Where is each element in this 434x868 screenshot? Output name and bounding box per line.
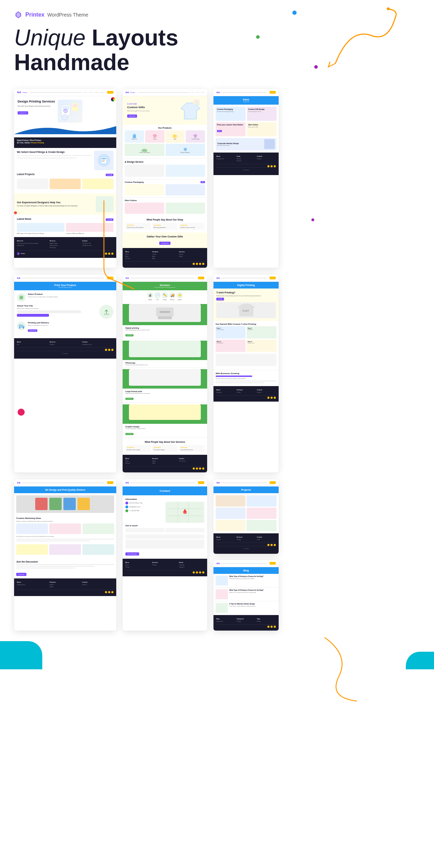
card1-subtitle: We offer best design and printing servic… [18, 105, 55, 107]
card5-footer: MenuHomeServices ServicesDigitalOffset C… [123, 455, 207, 472]
card2-cta: Gather Your Own Custom Gifts Contact Us [123, 232, 207, 248]
message-field[interactable] [125, 540, 204, 548]
name-field[interactable] [125, 528, 165, 532]
card2-products-title: Our Products [125, 127, 205, 129]
card2-cta-btn[interactable]: Contact Us [159, 242, 170, 245]
card1-news-all[interactable]: View All [106, 218, 113, 221]
card7-comment-btn[interactable]: Comment [16, 573, 26, 576]
sales-grid: Custom Packaging Professional packaging … [216, 107, 277, 136]
subject-field[interactable] [125, 534, 204, 539]
card3-fcol1: About Company info [216, 155, 235, 162]
delivery-icon: 🚚 [169, 292, 175, 298]
card6-hero-title: T-shirt Printing? [216, 291, 276, 294]
svc-testimonial-2: ★★★★★ Fast delivery always [152, 445, 178, 452]
card6-nav [213, 275, 279, 282]
step1-icon [17, 293, 26, 302]
graphic-photo-inner [129, 404, 201, 420]
card5-largeformat-photo [123, 369, 207, 389]
project-thumb-2 [50, 179, 81, 189]
teal-left [0, 641, 42, 669]
footer-col-1: About Us Lorem ipsum dolor sit amet cons… [17, 240, 48, 249]
card1-btn[interactable]: Contact Us [18, 111, 28, 114]
card5-digital-service: Digital printing High quality digital pr… [123, 325, 207, 339]
step-attach-file: Attach Your File Upload your design file… [17, 305, 113, 319]
card6-section-title: Get Started With Custom T-shirt Printing [216, 323, 277, 325]
deco-dot-green [256, 35, 260, 39]
right-col-row3: Projects AboutProjects ServicesPrinting [213, 479, 279, 631]
card4-nav [14, 275, 116, 282]
product-stickers: Branded Stickers [166, 144, 205, 156]
card-custom-gifts: Printex Custom Custom Gifts Best custom … [123, 89, 207, 268]
card10-fcol3: TagsDesign [257, 618, 276, 623]
card2-btn[interactable]: Shop Now [127, 114, 137, 118]
card3-footer-bottom [216, 164, 276, 167]
email-field[interactable] [166, 528, 205, 532]
card2-testimonials-title: What People Say About Our Shop [125, 218, 204, 221]
card2-products-row2: Custom Hat Design Branded Stickers [125, 144, 205, 156]
card5-photocopy-service: Photocopy Fast and accurate photocopying… [123, 360, 207, 368]
card5-fcol3: ContactGet in touch [179, 458, 204, 465]
card3-fcol3: Contact Email us [257, 155, 276, 162]
quality-icon: ⭐ [176, 292, 183, 298]
card5-testimonials: What People Say About Our Services ★★★★★… [123, 438, 207, 455]
step2-title: Attach Your File [17, 305, 97, 307]
card7-header: We Design and Print Quality Stickers [14, 486, 116, 493]
card9-fcol3: ContactEmail [257, 536, 276, 541]
svc-testimonial-1: ★★★★★ Excellent service quality [125, 445, 151, 452]
card9-fcol2: ServicesPrinting [237, 536, 256, 541]
card2-footer-grid: Menu HomeAboutServices Products T-shirts… [125, 251, 204, 260]
card6-hero-btn[interactable]: Contact [216, 298, 224, 300]
card2-packaging-btn[interactable]: New [200, 181, 205, 183]
card1-projects-row [17, 179, 113, 189]
card6-footer-bottom [216, 395, 276, 399]
send-btn[interactable]: Send Message [125, 552, 139, 556]
card2-products-section: Our Products Bag Print T-shirt Mug T-shi… [123, 125, 207, 158]
graphic-btn[interactable]: Learn More [125, 433, 134, 435]
sales-item4-title: Shirt Online [248, 124, 275, 126]
card6-dots [267, 397, 276, 399]
proj-thumb-3 [216, 508, 246, 519]
card2-hero-img [178, 99, 203, 122]
card2-shirt-section: Shirt Online [123, 197, 207, 216]
sales-btn1[interactable]: New [217, 130, 222, 132]
card1-hero-text: Design Printing Services We offer best d… [18, 100, 55, 115]
product-tshirt1: T-shirt [145, 130, 165, 143]
pkg-img2 [166, 184, 205, 196]
card8-fcol1: MenuHomeContact [125, 562, 151, 569]
card1-nav: Printex [14, 89, 116, 96]
card1-view-all[interactable]: View All [106, 174, 113, 176]
digital-btn[interactable]: Learn More [125, 334, 134, 336]
step3-title: Printing and Delivery [28, 322, 49, 324]
svg-marker-16 [17, 252, 19, 255]
card6-growing-title: With Business Growing [216, 372, 277, 374]
card-sales: Sales Page Info Custom Packaging Profess… [213, 89, 279, 268]
disc-line2 [16, 566, 94, 567]
card2-footer-col2: Products T-shirtsMugsBags [152, 251, 178, 260]
news-item-1: What Type of Printing to Choose for Desi… [17, 223, 64, 234]
proj-thumb-6 [247, 520, 277, 531]
card7-fcol1: AboutQuality stickers [17, 581, 48, 588]
card7-nav [14, 479, 116, 486]
sticker-mini-2 [49, 523, 81, 534]
card2-footer: Menu HomeAboutServices Products T-shirts… [123, 248, 207, 268]
teal-right [406, 652, 434, 669]
pkg-img1 [125, 184, 164, 196]
service-icon-print: 📄 Print [154, 292, 161, 300]
svg-marker-27 [17, 277, 20, 279]
card6-fcol1: AboutCompany [216, 389, 235, 394]
card7-footer-grid: AboutQuality stickers ProductsStickersLa… [17, 581, 113, 588]
deco-dot-blue [292, 11, 297, 15]
svg-rect-21 [133, 135, 136, 138]
card2-design-row [125, 165, 205, 177]
card1-section1-title: We Select Good Fillings & Create Design [17, 151, 92, 153]
card1-designers-band: Our Experienced Designers Help You Our t… [14, 193, 116, 215]
print-icon: 📄 [154, 292, 161, 298]
news-item-2: 5 Types of Effective Billboard [66, 223, 113, 234]
largeformat-btn[interactable]: Learn More [125, 398, 134, 400]
step3-btn[interactable]: Order Now [28, 329, 37, 332]
card1-title: Design Printing Services [18, 100, 55, 104]
card1-footer-bottom: Printex [17, 250, 113, 255]
product-hat: Custom Hat Design [125, 144, 165, 156]
card10-header: Blog [213, 567, 279, 574]
card6-header: Digital Printing [213, 282, 279, 289]
